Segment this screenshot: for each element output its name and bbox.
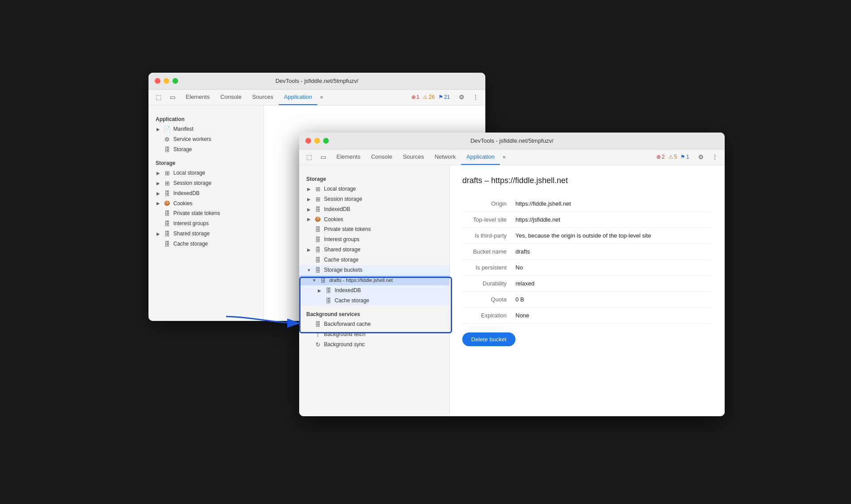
front-sb-arrow: ▼ — [306, 267, 312, 273]
back-shs-icon: 🗄 — [164, 231, 171, 237]
back-sidebar: Application ▶ 📄 Manifest ▶ ⚙ Service wor… — [148, 105, 264, 321]
front-close-button[interactable] — [305, 138, 311, 144]
front-cookies[interactable]: ▶ 🍪 Cookies — [299, 215, 449, 224]
back-tab-sources[interactable]: Sources — [247, 89, 279, 105]
front-bucket-cache[interactable]: ▶ 🗄 Cache storage — [299, 296, 449, 306]
front-sidebar: Storage ▶ ⊞ Local storage ▶ ⊞ Session st… — [299, 165, 450, 416]
back-badges: ⊗ 1 ⚠ 26 ⚑ 21 — [411, 94, 450, 100]
front-body: Storage ▶ ⊞ Local storage ▶ ⊞ Session st… — [299, 165, 725, 416]
back-settings-icon[interactable]: ⚙ — [455, 91, 468, 103]
back-manifest-arrow: ▶ — [156, 126, 161, 132]
detail-row-tls: Top-level site https://jsfiddle.net — [462, 212, 712, 228]
back-tab-application[interactable]: Application — [279, 89, 318, 105]
front-tab-list: Elements Console Sources Network Applica… — [331, 149, 655, 165]
back-session-storage[interactable]: ▶ ⊞ Session storage — [148, 178, 263, 188]
front-drafts-icon: 🗄 — [320, 277, 327, 284]
front-ss-arrow: ▶ — [306, 196, 312, 202]
devtools-front-window: DevTools - jsfiddle.net/5tmpfuzv/ ⬚ ▭ El… — [299, 133, 725, 416]
back-pt-icon: 🗄 — [164, 210, 171, 217]
front-bfc-icon: 🗄 — [314, 321, 321, 328]
back-minimize-button[interactable] — [164, 78, 169, 84]
back-ig-icon: 🗄 — [164, 220, 171, 227]
front-ls-arrow: ▶ — [306, 186, 312, 191]
back-service-workers[interactable]: ▶ ⚙ Service workers — [148, 134, 263, 145]
front-inspect-icon[interactable]: ⬚ — [303, 151, 315, 163]
back-info-badge: ⚑ 21 — [438, 94, 450, 100]
front-minimize-button[interactable] — [314, 138, 320, 144]
back-section-storage: Storage — [148, 158, 263, 168]
back-indexeddb[interactable]: ▶ 🗄 IndexedDB — [148, 188, 263, 199]
front-drafts-bucket[interactable]: ▼ 🗄 drafts - https://fiddle.jshell.net — [299, 275, 449, 285]
front-cookies-arrow: ▶ — [306, 217, 312, 222]
back-maximize-button[interactable] — [172, 78, 178, 84]
front-error-badge: ⊗ 2 — [656, 154, 665, 160]
back-cookies[interactable]: ▶ 🍪 Cookies — [148, 199, 263, 208]
back-storage-root[interactable]: ▶ 🗄 Storage — [148, 145, 263, 155]
front-local-storage[interactable]: ▶ ⊞ Local storage — [299, 184, 449, 194]
front-drafts-arrow: ▼ — [312, 277, 317, 283]
front-cache-storage[interactable]: ▶ 🗄 Cache storage — [299, 255, 449, 265]
front-session-storage[interactable]: ▶ ⊞ Session storage — [299, 194, 449, 204]
front-maximize-button[interactable] — [323, 138, 329, 144]
front-indexeddb[interactable]: ▶ 🗄 IndexedDB — [299, 204, 449, 215]
front-shared-storage[interactable]: ▶ 🗄 Shared storage — [299, 245, 449, 255]
back-private-tokens[interactable]: ▶ 🗄 Private state tokens — [148, 208, 263, 219]
front-main-panel: drafts – https://fiddle.jshell.net Origi… — [450, 165, 725, 416]
back-tab-console[interactable]: Console — [215, 89, 247, 105]
front-tab-elements[interactable]: Elements — [331, 149, 366, 165]
front-bg-fetch[interactable]: ▶ ↕ Background fetch — [299, 329, 449, 340]
detail-value-quota: 0 B — [515, 296, 524, 303]
front-tab-application[interactable]: Application — [461, 149, 500, 165]
back-tab-list: Elements Console Sources Application » — [180, 89, 410, 105]
back-warn-badge: ⚠ 26 — [423, 94, 434, 100]
back-interest-groups[interactable]: ▶ 🗄 Interest groups — [148, 219, 263, 229]
back-sw-icon: ⚙ — [164, 136, 171, 143]
detail-row-origin: Origin https://fiddle.jshell.net — [462, 196, 712, 212]
back-traffic-lights[interactable] — [155, 78, 178, 84]
front-ss-icon: ⊞ — [314, 196, 321, 203]
back-ss-icon: ⊞ — [164, 180, 171, 187]
front-tab-sources[interactable]: Sources — [398, 149, 429, 165]
front-bg-sync[interactable]: ▶ ↻ Background sync — [299, 340, 449, 350]
back-idb-icon: 🗄 — [164, 190, 171, 197]
front-toolbar: ⬚ ▭ Elements Console Sources Network App… — [299, 149, 725, 165]
back-shared-storage[interactable]: ▶ 🗄 Shared storage — [148, 229, 263, 239]
detail-row-expiration: Expiration None — [462, 308, 712, 324]
detail-value-bucket-name: drafts — [515, 248, 530, 255]
front-info-badge: ⚑ 1 — [680, 154, 689, 160]
back-cache-storage[interactable]: ▶ 🗄 Cache storage — [148, 239, 263, 249]
front-tab-console[interactable]: Console — [366, 149, 398, 165]
front-section-bg: Background services — [299, 309, 449, 319]
front-private-tokens[interactable]: ▶ 🗄 Private state tokens — [299, 224, 449, 234]
front-more-icon[interactable]: ⋮ — [709, 151, 721, 163]
detail-row-third-party: Is third-party Yes, because the origin i… — [462, 228, 712, 244]
back-more-icon[interactable]: ⋮ — [469, 91, 482, 103]
front-traffic-lights[interactable] — [305, 138, 329, 144]
front-device-icon[interactable]: ▭ — [317, 151, 329, 163]
front-tab-network[interactable]: Network — [429, 149, 461, 165]
front-idb-icon: 🗄 — [314, 206, 321, 213]
back-tab-elements[interactable]: Elements — [180, 89, 215, 105]
back-device-icon[interactable]: ▭ — [166, 91, 179, 103]
back-inspect-icon[interactable]: ⬚ — [152, 91, 164, 103]
front-bucket-indexeddb[interactable]: ▶ 🗄 IndexedDB — [299, 285, 449, 296]
back-manifest[interactable]: ▶ 📄 Manifest — [148, 124, 263, 134]
back-local-storage[interactable]: ▶ ⊞ Local storage — [148, 168, 263, 178]
front-bidb-arrow: ▶ — [317, 288, 322, 293]
front-settings-icon[interactable]: ⚙ — [695, 151, 707, 163]
detail-label-third-party: Is third-party — [462, 232, 515, 239]
front-shs-arrow: ▶ — [306, 247, 312, 252]
back-close-button[interactable] — [155, 78, 160, 84]
detail-label-expiration: Expiration — [462, 312, 515, 319]
delete-bucket-button[interactable]: Delete bucket — [462, 332, 515, 346]
front-titlebar: DevTools - jsfiddle.net/5tmpfuzv/ — [299, 133, 725, 149]
front-pt-icon: 🗄 — [314, 226, 321, 233]
front-tab-more[interactable]: » — [500, 154, 508, 160]
back-shs-arrow: ▶ — [156, 231, 161, 236]
back-tab-more[interactable]: » — [317, 94, 326, 100]
front-storage-buckets[interactable]: ▼ 🗄 Storage buckets — [299, 265, 449, 275]
front-interest-groups[interactable]: ▶ 🗄 Interest groups — [299, 234, 449, 245]
front-bf-cache[interactable]: ▶ 🗄 Back/forward cache — [299, 319, 449, 329]
front-badges: ⊗ 2 ⚠ 5 ⚑ 1 — [656, 154, 689, 160]
back-error-badge: ⊗ 1 — [411, 94, 420, 100]
